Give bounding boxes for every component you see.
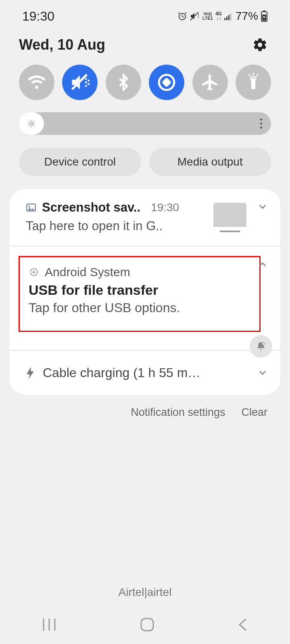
bluetooth-toggle[interactable] [106, 65, 141, 100]
bolt-icon [26, 367, 35, 379]
svg-rect-5 [230, 13, 232, 20]
sun-icon [27, 119, 36, 128]
notification-title: Screenshot sav.. [42, 200, 140, 215]
footer-links: Notification settings Clear [0, 395, 290, 419]
autorotate-icon [156, 72, 177, 92]
battery-percentage: 77% [236, 10, 258, 23]
date-label: Wed, 10 Aug [19, 36, 105, 53]
notification-title: USB for file transfer [29, 282, 250, 298]
autorotate-toggle[interactable] [149, 65, 184, 100]
battery-charging-icon [261, 10, 268, 22]
svg-point-16 [262, 342, 265, 345]
vibrate-icon [69, 72, 90, 93]
status-bar: 19:30 Vo)) LTE1 4G ↓↑ 77% [0, 0, 290, 28]
highlight-box: Android System USB for file transfer Tap… [19, 256, 261, 332]
sound-toggle[interactable] [62, 65, 98, 100]
notification-screenshot[interactable]: Screenshot sav.. 19:30 Tap here to open … [10, 189, 280, 247]
clear-button[interactable]: Clear [241, 406, 267, 419]
svg-point-14 [29, 206, 30, 208]
chip-row: Device control Media output [0, 139, 290, 180]
chevron-down-icon[interactable] [257, 367, 268, 378]
carrier-label: Airtel|airtel [0, 586, 290, 599]
flashlight-toggle[interactable] [236, 65, 271, 100]
gear-icon[interactable] [252, 37, 268, 52]
notification-time: 19:30 [151, 201, 179, 214]
bluetooth-icon [115, 73, 132, 91]
brightness-thumb[interactable] [19, 112, 44, 135]
notification-app-name: Android System [45, 265, 130, 279]
flashlight-icon [245, 73, 261, 92]
vibrate-mute-icon [190, 11, 200, 21]
alarm-icon [177, 11, 187, 21]
brightness-slider-container [0, 104, 290, 139]
svg-rect-7 [263, 10, 265, 12]
brightness-slider[interactable] [19, 112, 271, 135]
airplane-toggle[interactable] [192, 65, 228, 100]
recents-button[interactable] [41, 618, 57, 631]
svg-rect-3 [226, 17, 227, 20]
notification-usb[interactable]: Android System USB for file transfer Tap… [10, 247, 280, 351]
home-button[interactable] [139, 617, 155, 633]
chevron-up-icon[interactable] [257, 259, 268, 270]
notification-charging[interactable]: Cable charging (1 h 55 m… [10, 351, 280, 395]
status-icons: Vo)) LTE1 4G ↓↑ 77% [177, 10, 268, 23]
data-arrows-icon: ↓↑ [215, 16, 222, 21]
svg-rect-20 [141, 619, 153, 631]
airplane-icon [200, 73, 220, 92]
back-button[interactable] [237, 617, 249, 633]
signal-icon [224, 12, 233, 20]
svg-rect-4 [228, 15, 229, 20]
status-time: 19:30 [22, 9, 54, 24]
navigation-bar [0, 605, 290, 644]
brightness-more-icon[interactable] [260, 119, 262, 129]
device-control-button[interactable]: Device control [19, 148, 141, 176]
notification-body: Tap for other USB options. [29, 300, 250, 315]
notification-settings-link[interactable]: Notification settings [131, 406, 225, 419]
bell-icon [256, 341, 266, 352]
chevron-down-icon[interactable] [257, 201, 268, 212]
notification-group: Screenshot sav.. 19:30 Tap here to open … [10, 189, 280, 395]
lte-label: LTE1 [202, 16, 213, 21]
wifi-icon [27, 73, 46, 92]
android-system-icon [29, 267, 39, 277]
screenshot-thumbnail[interactable] [213, 203, 246, 236]
media-output-button[interactable]: Media output [149, 148, 271, 176]
notification-title: Cable charging (1 h 55 m… [43, 365, 200, 380]
svg-point-12 [30, 122, 33, 125]
panel-header: Wed, 10 Aug [0, 28, 290, 57]
wifi-toggle[interactable] [19, 65, 54, 100]
svg-rect-11 [163, 79, 170, 86]
quick-settings-row [0, 57, 290, 104]
image-icon [26, 202, 36, 213]
svg-rect-2 [224, 18, 225, 20]
